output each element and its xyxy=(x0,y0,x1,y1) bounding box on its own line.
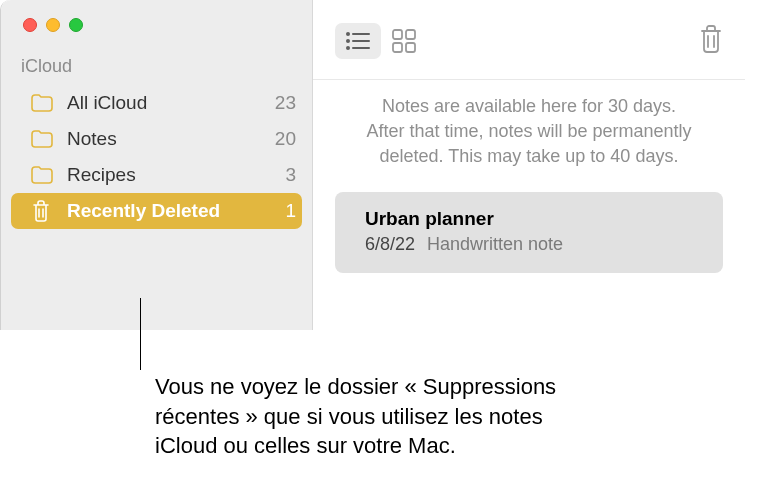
callout-text: Vous ne voyez le dossier « Suppressions … xyxy=(155,330,575,461)
callout-leader-line xyxy=(140,298,141,370)
sidebar-item-label: Recipes xyxy=(67,164,285,186)
svg-point-4 xyxy=(346,46,350,50)
sidebar-item-label: Notes xyxy=(67,128,275,150)
sidebar-item-count: 1 xyxy=(285,200,296,222)
sidebar-item-count: 20 xyxy=(275,128,296,150)
view-mode-group xyxy=(335,23,427,59)
info-line: Notes are available here for 30 days. xyxy=(349,94,709,119)
info-message: Notes are available here for 30 days. Af… xyxy=(313,80,745,188)
sidebar-item-notes[interactable]: Notes 20 xyxy=(1,121,312,157)
delete-button[interactable] xyxy=(699,25,723,57)
note-title: Urban planner xyxy=(365,208,693,230)
folder-icon xyxy=(31,94,55,112)
callout: Vous ne voyez le dossier « Suppressions … xyxy=(155,330,575,461)
svg-point-2 xyxy=(346,39,350,43)
info-line: deleted. This may take up to 40 days. xyxy=(349,144,709,169)
note-date: 6/8/22 xyxy=(365,234,415,254)
sidebar-item-count: 3 xyxy=(285,164,296,186)
sidebar-item-recently-deleted[interactable]: Recently Deleted 1 xyxy=(11,193,302,229)
close-button[interactable] xyxy=(23,18,37,32)
sidebar-section-label: iCloud xyxy=(1,52,312,85)
sidebar-item-label: Recently Deleted xyxy=(67,200,285,222)
main-pane: Notes are available here for 30 days. Af… xyxy=(313,0,745,330)
toolbar xyxy=(313,0,745,80)
sidebar: iCloud All iCloud 23 Notes 20 Recipes 3 xyxy=(1,0,313,330)
note-subtitle: Handwritten note xyxy=(427,234,563,254)
trash-icon xyxy=(31,200,55,222)
minimize-button[interactable] xyxy=(46,18,60,32)
sidebar-item-count: 23 xyxy=(275,92,296,114)
list-view-button[interactable] xyxy=(335,23,381,59)
note-item[interactable]: Urban planner 6/8/22Handwritten note xyxy=(335,192,723,273)
svg-rect-9 xyxy=(406,43,415,52)
sidebar-item-label: All iCloud xyxy=(67,92,275,114)
svg-point-0 xyxy=(346,32,350,36)
window-frame: iCloud All iCloud 23 Notes 20 Recipes 3 xyxy=(0,0,745,330)
folder-icon xyxy=(31,166,55,184)
svg-rect-6 xyxy=(393,30,402,39)
info-line: After that time, notes will be permanent… xyxy=(349,119,709,144)
folder-icon xyxy=(31,130,55,148)
svg-rect-8 xyxy=(393,43,402,52)
window-controls xyxy=(1,10,312,52)
svg-rect-7 xyxy=(406,30,415,39)
sidebar-item-recipes[interactable]: Recipes 3 xyxy=(1,157,312,193)
note-meta: 6/8/22Handwritten note xyxy=(365,234,693,255)
grid-view-button[interactable] xyxy=(381,23,427,59)
maximize-button[interactable] xyxy=(69,18,83,32)
sidebar-item-all-icloud[interactable]: All iCloud 23 xyxy=(1,85,312,121)
